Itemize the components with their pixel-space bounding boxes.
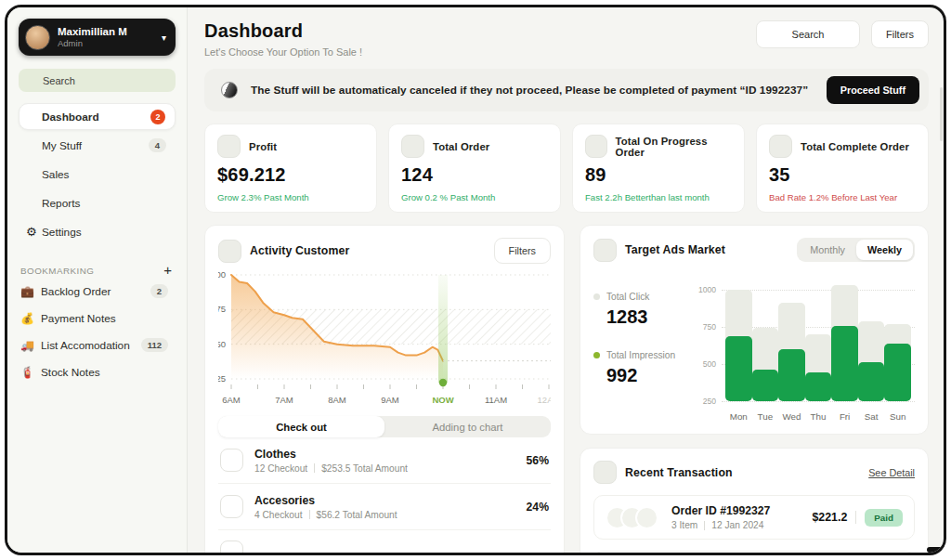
product-row[interactable]: Accesories4 Checkout$56.2 Total Amount24… — [218, 484, 551, 530]
gridline — [722, 401, 915, 402]
svg-text:25: 25 — [218, 373, 226, 384]
stat-note: Bad Rate 1.2% Before Last Year — [769, 192, 916, 202]
stat-icon — [769, 135, 792, 158]
target-legend: Total Click1283Total Impression992 — [593, 277, 694, 422]
svg-text:7AM: 7AM — [275, 395, 293, 405]
bar-group-thu[interactable] — [805, 277, 832, 401]
stat-card-profit: Profit$69.212Grow 2.3% Past Month — [204, 124, 377, 213]
see-detail-link[interactable]: See Detail — [868, 467, 915, 478]
user-profile-card[interactable]: Maximillian M Admin ▾ — [19, 19, 176, 56]
stats-row: Profit$69.212Grow 2.3% Past MonthTotal O… — [204, 124, 929, 213]
activity-filters-button[interactable]: Filters — [494, 238, 551, 264]
product-checkout-count: 12 Checkout — [254, 463, 307, 474]
transaction-items: 3 Item — [671, 520, 697, 530]
bar-total-impression — [884, 344, 911, 401]
y-tick-label: 250 — [694, 397, 716, 406]
product-checkbox[interactable] — [220, 540, 243, 553]
sidebar-item-my-stuff[interactable]: My Stuff4 — [19, 132, 176, 159]
toggle-weekly[interactable]: Weekly — [856, 240, 913, 260]
activity-tabs: Check outAdding to chart — [218, 416, 551, 437]
bar-total-impression — [725, 336, 752, 401]
legend-value: 1283 — [606, 306, 694, 328]
transaction-row-partial[interactable] — [593, 551, 915, 553]
briefcase-icon: 💼 — [20, 285, 41, 298]
bookmark-item-backlog-order[interactable]: 💼Backlog Order2 — [19, 279, 176, 304]
bar-total-impression — [752, 370, 779, 401]
transaction-amount: $221.2 — [812, 511, 847, 524]
product-total-amount: $253.5 Total Amount — [321, 463, 408, 474]
bar-total-impression — [831, 326, 858, 401]
bookmark-item-stock-notes[interactable]: 🧯Stock Notes — [19, 359, 176, 384]
target-ads-panel: Target Ads Market MonthlyWeekly Total Cl… — [580, 225, 929, 435]
x-tick-label: Wed — [778, 411, 805, 422]
bar-group-sat[interactable] — [858, 277, 885, 401]
sidebar-item-reports[interactable]: Reports — [19, 189, 176, 216]
sidebar-item-sales[interactable]: Sales — [19, 161, 176, 188]
transaction-row[interactable]: Order ID #19923273 Item12 Jan 2024$221.2… — [593, 495, 915, 540]
tab-check-out[interactable]: Check out — [218, 416, 384, 437]
page-subtitle: Let's Choose Your Option To Sale ! — [204, 46, 362, 58]
product-percent: 56% — [527, 454, 549, 467]
sidebar-item-label: Sales — [42, 168, 166, 181]
bookmark-label: List Accomodation — [41, 339, 141, 352]
truck-icon: 🚚 — [20, 339, 41, 352]
stat-title: Total Order — [433, 141, 489, 152]
bookmarking-label: BOOKMARKING — [20, 266, 163, 276]
tab-adding-to-chart[interactable]: Adding to chart — [384, 416, 551, 437]
svg-text:11AM: 11AM — [485, 395, 507, 405]
add-bookmark-button[interactable]: + — [163, 264, 172, 277]
avatar — [25, 25, 50, 50]
product-checkbox[interactable] — [220, 495, 243, 518]
x-axis-labels: MonTueWedThuFriSatSun — [725, 411, 911, 422]
divider — [855, 511, 856, 524]
target-bar-chart[interactable]: 2505007501000MonTueWedThuFriSatSun — [694, 277, 915, 422]
sidebar-item-settings[interactable]: ⚙Settings — [19, 218, 176, 245]
activity-customer-panel: Activity Customer Filters 2550751006AM7A… — [204, 225, 565, 553]
search-input[interactable]: Search — [19, 69, 176, 92]
product-checkout-count: 4 Checkout — [254, 510, 303, 520]
product-name: Clothes — [254, 448, 527, 461]
stat-title: Total Complete Order — [801, 141, 909, 152]
x-tick-label: Fri — [831, 411, 858, 422]
activity-line-chart[interactable]: 2550751006AM7AM8AM9AMNOW11AM12AM — [218, 269, 551, 410]
search-button[interactable]: Search — [756, 20, 860, 48]
sidebar-item-dashboard[interactable]: Dashboard2 — [19, 103, 176, 130]
transaction-order-id: Order ID #1992327 — [671, 504, 812, 517]
bar-total-impression — [858, 362, 885, 401]
bar-group-wed[interactable] — [778, 277, 805, 401]
y-tick-label: 750 — [694, 322, 716, 332]
product-row[interactable]: Clothes12 Checkout$253.5 Total Amount56% — [218, 437, 551, 484]
stock-icon: 🧯 — [20, 366, 41, 379]
header-filters-button[interactable]: Filters — [871, 20, 929, 48]
app-window: Maximillian M Admin ▾ Search Dashboard2M… — [5, 5, 946, 555]
stat-value: 89 — [585, 164, 732, 186]
page-title: Dashboard — [204, 20, 362, 42]
bar-group-tue[interactable] — [752, 277, 779, 401]
bar-group-mon[interactable] — [725, 277, 752, 401]
product-percent: 24% — [527, 501, 549, 514]
bookmark-item-payment-notes[interactable]: 💰Payment Notes — [19, 306, 176, 331]
stat-value: 124 — [401, 164, 548, 186]
target-panel-icon — [593, 239, 617, 262]
user-name: Maximillian M — [58, 26, 156, 38]
horizontal-scrollbar[interactable] — [927, 547, 944, 553]
bookmark-item-list-accomodation[interactable]: 🚚List Accomodation112 — [19, 332, 176, 358]
bar-group-sun[interactable] — [884, 277, 911, 401]
target-panel-title: Target Ads Market — [625, 243, 797, 256]
bar-group-fri[interactable] — [831, 277, 858, 401]
product-checkbox[interactable] — [220, 449, 243, 472]
badge: 2 — [150, 284, 168, 298]
transaction-list: Order ID #19923273 Item12 Jan 2024$221.2… — [593, 495, 915, 540]
toggle-monthly[interactable]: Monthly — [799, 240, 856, 260]
chevron-down-icon[interactable]: ▾ — [156, 33, 166, 43]
vertical-scrollbar[interactable] — [940, 87, 943, 141]
stat-icon — [217, 135, 241, 158]
activity-panel-icon — [218, 240, 241, 263]
proceed-stuff-button[interactable]: Proceed Stuff — [827, 76, 919, 104]
activity-panel-title: Activity Customer — [250, 244, 494, 257]
x-tick-label: Sun — [884, 411, 911, 422]
x-tick-label: Tue — [752, 411, 779, 422]
stat-title: Total On Progress Order — [616, 136, 732, 158]
sidebar-nav: Dashboard2My Stuff4SalesReports⚙Settings — [19, 103, 176, 245]
product-row-partial[interactable] — [218, 530, 551, 553]
